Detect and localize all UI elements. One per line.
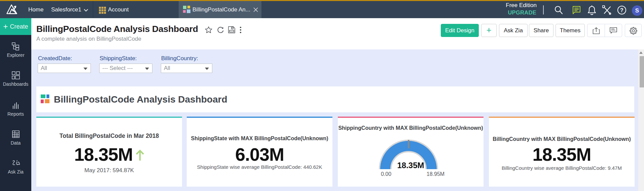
svg-text:?: ? [620,7,623,13]
